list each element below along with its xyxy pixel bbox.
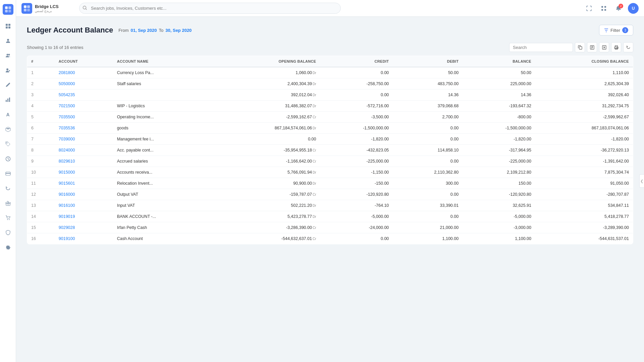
- apps-button[interactable]: [598, 3, 609, 14]
- sidebar-item-dashboard[interactable]: [2, 20, 14, 32]
- account-link[interactable]: 5050000: [59, 81, 75, 86]
- sidebar-item-add-user[interactable]: [2, 64, 14, 76]
- date-from[interactable]: 01, Sep 2020: [130, 28, 157, 33]
- cell-num: 9: [27, 156, 55, 167]
- account-link[interactable]: 8029610: [59, 159, 75, 164]
- logo-image: [3, 4, 13, 15]
- cell-account[interactable]: 8029610: [55, 156, 113, 167]
- csv-export-button[interactable]: [587, 42, 597, 52]
- excel-export-button[interactable]: [599, 42, 609, 52]
- svg-rect-6: [6, 26, 8, 28]
- cell-debit: 0.00: [393, 156, 463, 167]
- account-link[interactable]: 9016000: [59, 192, 75, 197]
- sidebar-item-user[interactable]: [2, 35, 14, 47]
- cell-opening: 392,012.04Dr: [214, 89, 320, 101]
- cell-account[interactable]: 9015601: [55, 178, 113, 189]
- filter-button[interactable]: Filter 3: [599, 25, 633, 36]
- cell-account[interactable]: 8024000: [55, 145, 113, 156]
- account-link[interactable]: 9019019: [59, 214, 75, 219]
- copy-button[interactable]: [575, 42, 585, 52]
- sidebar-item-settings[interactable]: [2, 241, 14, 253]
- cell-num: 4: [27, 101, 55, 112]
- cell-name: BANK ACCOUNT -...: [113, 211, 214, 222]
- account-link[interactable]: 7035500: [59, 115, 75, 119]
- global-search-input[interactable]: [79, 3, 341, 14]
- cell-account[interactable]: 9019019: [55, 211, 113, 222]
- cell-credit: -120,920.80: [320, 189, 393, 200]
- svg-rect-30: [601, 9, 603, 11]
- sidebar-item-refresh[interactable]: [2, 182, 14, 194]
- sidebar-item-shield[interactable]: [2, 227, 14, 239]
- refresh-table-button[interactable]: [623, 42, 633, 52]
- svg-rect-29: [604, 6, 606, 8]
- cell-credit: 0.00: [320, 67, 393, 78]
- sidebar-item-cart[interactable]: [2, 212, 14, 224]
- col-account: ACCOUNT: [55, 56, 113, 67]
- fullscreen-button[interactable]: [584, 3, 594, 14]
- cell-closing: 1,110.00: [535, 67, 633, 78]
- cell-num: 16: [27, 233, 55, 244]
- cell-opening: 31,486,382.07Dr: [214, 101, 320, 112]
- table-row: 2 5050000 Staff salaries 2,400,304.39Dr …: [27, 78, 633, 89]
- cell-closing: 534,847.11: [535, 200, 633, 211]
- table-row: 16 9019100 Cash Account -544,632,637.01C…: [27, 233, 633, 244]
- svg-rect-32: [579, 47, 582, 49]
- account-link[interactable]: 5054235: [59, 93, 75, 97]
- cell-debit: 14.36: [393, 89, 463, 101]
- account-link[interactable]: 9016100: [59, 203, 75, 208]
- cell-name: Acc. payable cont...: [113, 145, 214, 156]
- sidebar-item-gift[interactable]: [2, 197, 14, 209]
- user-avatar[interactable]: U: [628, 3, 639, 14]
- account-link[interactable]: 7021500: [59, 104, 75, 108]
- cell-num: 3: [27, 89, 55, 101]
- cell-account[interactable]: 5050000: [55, 78, 113, 89]
- table-row: 11 9015601 Relocation Invent... 90,900.0…: [27, 178, 633, 189]
- cell-credit: -150.00: [320, 178, 393, 189]
- cell-num: 8: [27, 145, 55, 156]
- global-search-bar[interactable]: [79, 3, 341, 14]
- cell-account[interactable]: 2081800: [55, 67, 113, 78]
- account-link[interactable]: 9019100: [59, 236, 75, 241]
- cell-account[interactable]: 9019100: [55, 233, 113, 244]
- svg-rect-2: [5, 10, 8, 12]
- table-search-input[interactable]: [509, 43, 573, 52]
- cell-account[interactable]: 7021500: [55, 101, 113, 112]
- notification-button[interactable]: 2: [613, 3, 624, 14]
- account-link[interactable]: 8024000: [59, 148, 75, 153]
- cell-account[interactable]: 7039000: [55, 134, 113, 145]
- cell-opening: 0.00: [214, 134, 320, 145]
- cell-account[interactable]: 9029028: [55, 222, 113, 233]
- account-link[interactable]: 7039000: [59, 137, 75, 141]
- cell-account[interactable]: 9016100: [55, 200, 113, 211]
- cell-account[interactable]: 5054235: [55, 89, 113, 101]
- date-to[interactable]: 30, Sep 2020: [165, 28, 192, 33]
- cell-debit: 114,858.10: [393, 145, 463, 156]
- cell-credit: -1,150.00: [320, 167, 393, 178]
- cell-account[interactable]: 9015000: [55, 167, 113, 178]
- sidebar-collapse-button[interactable]: ❮: [639, 174, 644, 188]
- date-to-label: To: [159, 28, 164, 33]
- cell-account[interactable]: 7035536: [55, 123, 113, 134]
- sidebar-item-tag[interactable]: [2, 138, 14, 150]
- col-opening-balance: OPENING BALANCE: [214, 56, 320, 67]
- cell-closing: 2,625,304.39: [535, 78, 633, 89]
- cell-balance: 32,625.91: [463, 200, 535, 211]
- account-link[interactable]: 2081800: [59, 70, 75, 75]
- account-link[interactable]: 9029028: [59, 225, 75, 230]
- account-link[interactable]: 7035536: [59, 126, 75, 130]
- sidebar-item-card[interactable]: [2, 168, 14, 180]
- sidebar-item-users[interactable]: [2, 50, 14, 62]
- cell-account[interactable]: 7035500: [55, 112, 113, 123]
- sidebar-item-edit[interactable]: [2, 79, 14, 91]
- sidebar-item-text[interactable]: A: [2, 109, 14, 121]
- cell-closing: 5,418,278.77: [535, 211, 633, 222]
- print-button[interactable]: [611, 42, 621, 52]
- account-link[interactable]: 9015601: [59, 181, 75, 186]
- account-link[interactable]: 9015000: [59, 170, 75, 175]
- main-content: Bridge LCS بريدج لسس 2 U: [16, 0, 644, 362]
- cell-account[interactable]: 9016000: [55, 189, 113, 200]
- sidebar-item-box[interactable]: [2, 123, 14, 135]
- cell-closing: -544,631,537.01: [535, 233, 633, 244]
- sidebar-item-chart[interactable]: [2, 94, 14, 106]
- sidebar-item-clock[interactable]: [2, 153, 14, 165]
